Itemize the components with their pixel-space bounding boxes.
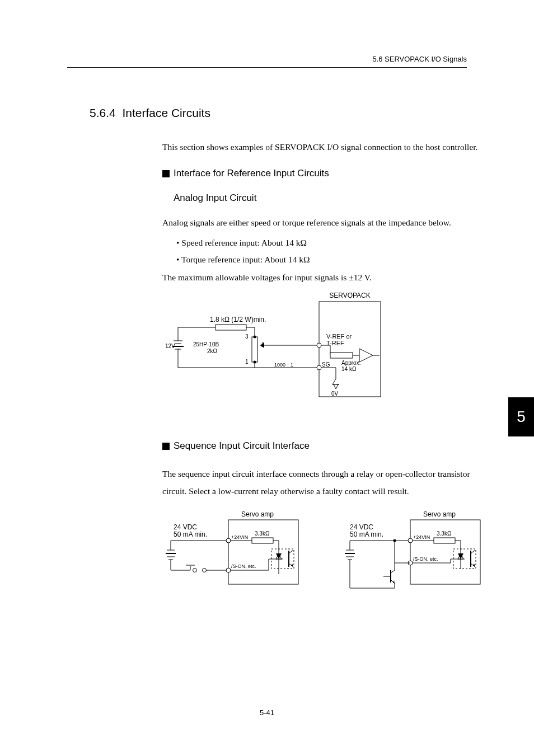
ma50-label-right: 50 mA min.	[350, 530, 383, 538]
svg-point-19	[317, 343, 321, 348]
servo-amp-label-right: Servo amp	[423, 510, 456, 518]
r33k-label-right: 3.3kΩ	[437, 530, 452, 537]
chapter-number: 5	[517, 408, 526, 426]
square-bullet-icon	[162, 443, 170, 450]
interface-heading: Interface for Reference Input Circuits	[162, 168, 487, 179]
section-title: Interface Circuits	[122, 106, 210, 119]
max-voltage-line: The maximum allowable voltages for input…	[162, 271, 487, 284]
sequence-heading-text: Sequence Input Circuit Interface	[174, 440, 310, 451]
vref-label: V-REF or	[326, 333, 352, 340]
v24in-label-right: +24VIN	[413, 534, 430, 540]
svg-marker-25	[359, 349, 373, 362]
svg-marker-47	[276, 553, 282, 559]
square-bullet-icon	[162, 170, 170, 178]
impedance-bullets: Speed reference input: About 14 kΩ Torqu…	[176, 234, 487, 267]
svg-rect-2	[216, 325, 246, 330]
section-number: 5.6.4	[90, 106, 116, 119]
svg-point-74	[408, 538, 413, 543]
svg-rect-23	[330, 353, 353, 358]
svg-point-20	[317, 365, 321, 370]
svg-marker-82	[458, 553, 463, 559]
ratio-label: 1000：1	[274, 362, 293, 368]
res-label: 1.8 kΩ (1/2 W)min.	[210, 316, 266, 323]
svg-rect-77	[434, 538, 455, 543]
r33k-label-left: 3.3kΩ	[255, 530, 270, 537]
sg-label: SG	[322, 361, 330, 368]
kohm14-label: 14 kΩ	[341, 366, 357, 372]
analog-input-diagram: SERVOPACK 1.8 kΩ (1/2 W)min. 12V 3 2	[162, 289, 487, 418]
interface-heading-text: Interface for Reference Input Circuits	[174, 168, 329, 179]
svg-rect-42	[252, 538, 273, 543]
approx-label: Approx.	[341, 360, 360, 366]
transistor-diagram: Servo amp 24 VDC 50 mA min. +24VIN 3.3kΩ	[341, 510, 487, 599]
sequence-diagrams: Servo amp 24 VDC 50 mA min. +24VIN 3.3kΩ	[162, 510, 487, 599]
svg-rect-31	[162, 443, 170, 450]
main-content: 5.6.4 Interface Circuits This section sh…	[90, 106, 487, 599]
bullet-torque-ref: Torque reference input: About 14 kΩ	[176, 251, 487, 267]
section-heading: 5.6.4 Interface Circuits	[90, 106, 487, 120]
svg-rect-66	[410, 520, 480, 584]
vdc24-label-left: 24 VDC	[174, 523, 197, 531]
pin1-label: 1	[245, 359, 249, 365]
section-intro: This section shows examples of SERVOPACK…	[162, 142, 487, 152]
v24in-label-left: +24VIN	[231, 534, 248, 540]
ma50-label-left: 50 mA min.	[174, 530, 207, 538]
svg-line-86	[471, 550, 475, 553]
svg-marker-30	[334, 384, 338, 389]
svg-point-14	[254, 336, 256, 339]
svg-point-40	[226, 538, 231, 543]
page-number: 5-41	[0, 708, 534, 717]
analog-heading: Analog Input Circuit	[174, 192, 487, 204]
servo-amp-label-left: Servo amp	[241, 510, 274, 518]
zero-v-label: 0V	[331, 391, 339, 397]
pot-part-label: 25HP-10B	[193, 341, 219, 348]
svg-point-60	[203, 569, 207, 572]
son-label-left: /S-ON, etc.	[231, 564, 256, 569]
analog-paragraph: Analog signals are either speed or torqu…	[162, 216, 487, 229]
svg-rect-1	[319, 302, 381, 397]
svg-rect-0	[162, 170, 170, 177]
svg-point-59	[193, 569, 197, 572]
chapter-tab: 5	[508, 397, 534, 436]
svg-point-62	[226, 568, 231, 572]
pot-val-label: 2kΩ	[207, 348, 218, 354]
vdc24-label-right: 24 VDC	[350, 523, 373, 531]
bullet-speed-ref: Speed reference input: About 14 kΩ	[176, 234, 487, 251]
svg-line-98	[391, 570, 395, 573]
sequence-paragraph: The sequence input circuit interface con…	[162, 465, 487, 500]
pin3-label: 3	[245, 334, 249, 340]
header-breadcrumb: 5.6 SERVOPACK I/O Signals	[372, 55, 467, 63]
sequence-heading: Sequence Input Circuit Interface	[162, 440, 487, 452]
svg-rect-12	[252, 337, 257, 362]
header-rule	[67, 67, 467, 68]
servopack-label: SERVOPACK	[329, 292, 371, 299]
svg-line-51	[289, 550, 293, 553]
son-label-right: /S-ON, etc.	[413, 556, 438, 562]
relay-diagram: Servo amp 24 VDC 50 mA min. +24VIN 3.3kΩ	[162, 510, 308, 599]
svg-rect-32	[228, 520, 298, 584]
